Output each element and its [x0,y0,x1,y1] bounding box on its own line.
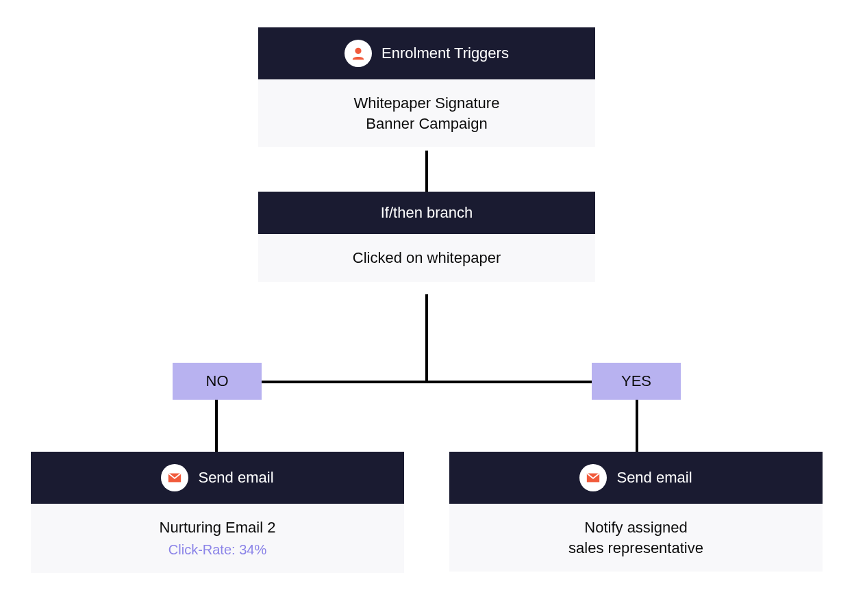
connector-line [215,381,638,383]
click-rate-metric: Click-Rate: 34% [45,541,390,559]
pill-text: YES [621,372,651,389]
node-header: Send email [31,452,404,504]
branch-no-label: NO [173,363,262,400]
node-body-line: Notify assigned [463,517,809,538]
person-icon [344,40,372,67]
node-title: If/then branch [381,204,473,222]
branch-yes-label: YES [592,363,681,400]
node-header: Send email [449,452,823,504]
node-body: Notify assigned sales representative [449,504,823,572]
node-body: Nurturing Email 2 Click-Rate: 34% [31,504,404,573]
node-body-line: Banner Campaign [272,114,581,134]
node-header: If/then branch [258,192,595,234]
node-body-line: Nurturing Email 2 [45,517,390,538]
email-icon [579,464,607,491]
svg-point-0 [355,48,361,54]
enrolment-triggers-node: Enrolment Triggers Whitepaper Signature … [258,27,595,147]
node-body: Clicked on whitepaper [258,234,595,282]
pill-text: NO [206,372,229,389]
connector-line [425,294,428,383]
send-email-yes-node: Send email Notify assigned sales represe… [449,452,823,572]
node-body-line: sales representative [463,538,809,559]
node-header: Enrolment Triggers [258,27,595,79]
node-body: Whitepaper Signature Banner Campaign [258,79,595,147]
node-body-line: Clicked on whitepaper [272,248,581,268]
node-title: Send email [198,469,273,487]
email-icon [161,464,188,491]
if-then-branch-node: If/then branch Clicked on whitepaper [258,192,595,282]
send-email-no-node: Send email Nurturing Email 2 Click-Rate:… [31,452,404,573]
node-body-line: Whitepaper Signature [272,93,581,114]
node-title: Send email [616,469,692,487]
connector-line [425,151,428,192]
node-title: Enrolment Triggers [381,44,509,62]
